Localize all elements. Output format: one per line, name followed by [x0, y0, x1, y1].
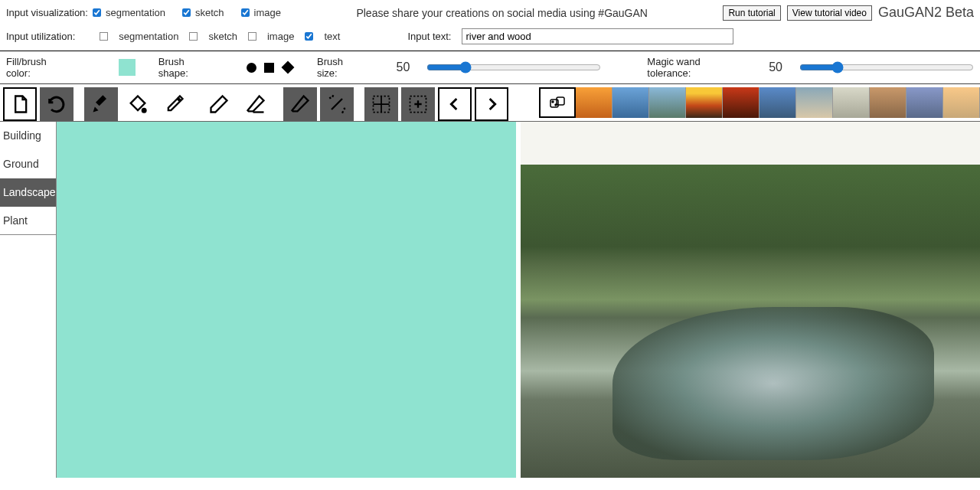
eyedropper-tool-button[interactable] [158, 87, 191, 121]
run-tutorial-button[interactable]: Run tutorial [723, 5, 780, 21]
output-image [521, 122, 980, 478]
shape-diamond-button[interactable] [282, 61, 295, 74]
random-style-button[interactable] [539, 87, 576, 118]
brush-tool-button[interactable] [84, 87, 118, 121]
sidebar-item-plant[interactable]: Plant [0, 207, 56, 235]
input-text-field[interactable] [462, 28, 733, 44]
category-sidebar: Building Ground Landscape Plant [0, 122, 57, 478]
tagline: Please share your creations on social me… [281, 7, 723, 19]
magic-wand-button[interactable] [320, 87, 354, 121]
arrow-right-button[interactable] [475, 87, 508, 121]
style-thumb-1[interactable] [576, 87, 612, 118]
style-thumb-2[interactable] [612, 87, 649, 118]
arrow-left-button[interactable] [438, 87, 472, 121]
color-swatch[interactable] [119, 59, 136, 76]
vis-image-checkbox[interactable] [241, 8, 250, 17]
style-thumb-11[interactable] [943, 87, 980, 118]
fill-color-label: Fill/brush color: [6, 56, 73, 79]
input-visualization-label: Input visualization: [6, 7, 88, 18]
style-thumb-8[interactable] [833, 87, 870, 118]
brush-size-slider[interactable] [426, 61, 601, 74]
util-text-label: text [324, 31, 340, 42]
svg-point-6 [555, 104, 557, 106]
wand-tolerance-value: 50 [769, 60, 792, 74]
vis-sketch-label: sketch [195, 7, 224, 18]
sidebar-item-landscape[interactable]: Landscape [0, 178, 56, 207]
move-selection-button[interactable] [401, 87, 435, 121]
brush-size-label: Brush size: [317, 56, 366, 79]
input-utilization-label: Input utilization: [6, 31, 75, 42]
style-thumb-5[interactable] [723, 87, 760, 118]
style-thumb-9[interactable] [870, 87, 906, 118]
sidebar-item-ground[interactable]: Ground [0, 150, 56, 178]
util-sketch-label: sketch [208, 31, 237, 42]
util-image-checkbox[interactable] [248, 32, 256, 41]
style-thumb-7[interactable] [796, 87, 833, 118]
style-thumb-10[interactable] [906, 87, 943, 118]
shape-circle-button[interactable] [247, 63, 256, 73]
vis-segmentation-checkbox[interactable] [93, 8, 101, 17]
view-tutorial-button[interactable]: View tutorial video [787, 5, 872, 21]
fill-tool-button[interactable] [121, 87, 155, 121]
smart-eraser-button[interactable] [283, 87, 317, 121]
grid-select-button[interactable] [364, 87, 398, 121]
style-thumb-6[interactable] [760, 87, 796, 118]
input-text-label: Input text: [407, 31, 451, 42]
wand-tolerance-label: Magic wand tolerance: [647, 56, 746, 79]
svg-point-5 [552, 101, 554, 103]
util-segmentation-label: segmentation [119, 31, 178, 42]
wand-tolerance-slider[interactable] [799, 61, 974, 74]
style-thumb-3[interactable] [649, 87, 686, 118]
drawing-canvas[interactable] [57, 122, 516, 478]
util-segmentation-checkbox[interactable] [100, 32, 108, 41]
svg-point-0 [142, 109, 146, 113]
util-image-label: image [267, 31, 294, 42]
sidebar-item-building[interactable]: Building [0, 122, 56, 150]
brush-shape-label: Brush shape: [158, 56, 217, 79]
pencil-tool-button[interactable] [202, 87, 236, 121]
brush-size-value: 50 [397, 60, 420, 74]
vis-image-label: image [254, 7, 281, 18]
util-text-checkbox[interactable] [305, 32, 313, 41]
vis-segmentation-label: segmentation [106, 7, 165, 18]
brand-label: GauGAN2 Beta [878, 5, 974, 21]
undo-button[interactable] [40, 87, 74, 121]
new-page-button[interactable] [3, 87, 37, 121]
style-thumb-4[interactable] [686, 87, 723, 118]
shape-square-button[interactable] [264, 63, 274, 73]
util-sketch-checkbox[interactable] [189, 32, 198, 41]
vis-sketch-checkbox[interactable] [182, 8, 191, 17]
eraser-tool-button[interactable] [239, 87, 273, 121]
